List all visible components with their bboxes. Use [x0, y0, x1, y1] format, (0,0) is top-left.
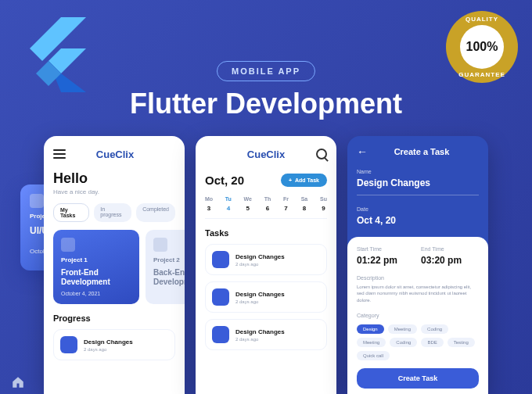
project-icon	[153, 238, 167, 252]
task-icon	[212, 251, 229, 268]
day-fr[interactable]: Fr7	[283, 196, 289, 212]
greeting-subtitle: Have a nice day.	[53, 188, 175, 195]
tasks-section-title: Tasks	[205, 228, 327, 238]
tab-completed[interactable]: Completed	[136, 203, 175, 222]
task-tabs: My Tasks In progress Completed	[53, 203, 175, 222]
mobile-app-pill: MOBILE APP	[217, 61, 315, 81]
start-time-label: Start Time	[357, 246, 397, 252]
end-time-label: End Time	[421, 246, 462, 252]
day-su[interactable]: Su9	[320, 196, 327, 212]
progress-item[interactable]: Design Changes 2 days ago	[53, 329, 175, 360]
create-task-button[interactable]: Create Task	[357, 368, 479, 389]
day-sa[interactable]: Sa8	[301, 196, 308, 212]
tab-my-tasks[interactable]: My Tasks	[53, 203, 89, 222]
project-card-1[interactable]: Project 1 Front-End Development October …	[53, 230, 139, 304]
task-icon	[212, 288, 229, 306]
category-chip[interactable]: Meeting	[388, 324, 417, 334]
day-we[interactable]: We5	[244, 196, 252, 212]
day-th[interactable]: Th6	[264, 196, 271, 212]
tab-in-progress[interactable]: In progress	[94, 203, 131, 222]
task-icon	[60, 336, 77, 353]
project-card-2[interactable]: Project 2 Back-End Development	[146, 230, 185, 304]
description-text[interactable]: Lorem ipsum dolor sit amet, consectetur …	[357, 284, 479, 303]
menu-icon[interactable]	[53, 149, 66, 159]
phone-screen-calendar: CueClix Oct, 20 +Add Task Mo3 Tu4 We5 Th…	[196, 136, 336, 394]
task-item[interactable]: Design Changes2 days ago	[205, 281, 327, 313]
description-label: Description	[357, 275, 479, 281]
hero-title: Flutter Development	[130, 88, 402, 120]
task-item[interactable]: Design Changes2 days ago	[205, 319, 327, 350]
category-label: Category	[357, 313, 479, 318]
category-chip[interactable]: Quick call	[357, 351, 390, 360]
project-icon	[61, 238, 75, 252]
start-time-value[interactable]: 01:22 pm	[357, 255, 397, 266]
category-chip[interactable]: Meeting	[357, 338, 386, 347]
name-label: Name	[357, 169, 479, 174]
category-chip[interactable]: Coding	[421, 324, 448, 334]
current-date: Oct, 20	[205, 174, 244, 187]
task-icon	[212, 326, 229, 343]
phone-screen-create-task: ← Create a Task Name Design Changes Date…	[347, 136, 488, 394]
category-chip[interactable]: Coding	[390, 338, 417, 347]
home-indicator-icon	[11, 375, 25, 389]
flutter-logo-icon	[23, 16, 86, 94]
progress-section-title: Progress	[53, 313, 175, 323]
screen-title: Create a Task	[376, 147, 468, 156]
brand-logo: CueClix	[96, 149, 134, 160]
greeting-title: Hello	[53, 170, 175, 187]
date-label: Date	[357, 206, 479, 212]
quality-guarantee-badge: QUALITY 100% GUARANTEE	[446, 11, 518, 83]
category-chip[interactable]: Design	[357, 324, 384, 334]
week-selector: Mo3 Tu4 We5 Th6 Fr7 Sa8 Su9	[205, 196, 327, 219]
category-chip[interactable]: BDE	[421, 338, 443, 347]
brand-logo: CueClix	[247, 149, 285, 160]
category-chip[interactable]: Testing	[448, 338, 475, 347]
day-mo[interactable]: Mo3	[205, 196, 213, 212]
name-value[interactable]: Design Changes	[357, 177, 479, 188]
search-icon[interactable]	[316, 149, 327, 159]
back-arrow-icon[interactable]: ←	[357, 145, 368, 158]
phone-screen-home: CueClix Hello Have a nice day. My Tasks …	[44, 136, 185, 394]
end-time-value[interactable]: 03:20 pm	[421, 255, 462, 266]
day-tu[interactable]: Tu4	[225, 196, 232, 212]
add-task-button[interactable]: +Add Task	[281, 174, 327, 187]
task-item[interactable]: Design Changes2 days ago	[205, 244, 327, 275]
date-value[interactable]: Oct 4, 20	[357, 215, 479, 226]
